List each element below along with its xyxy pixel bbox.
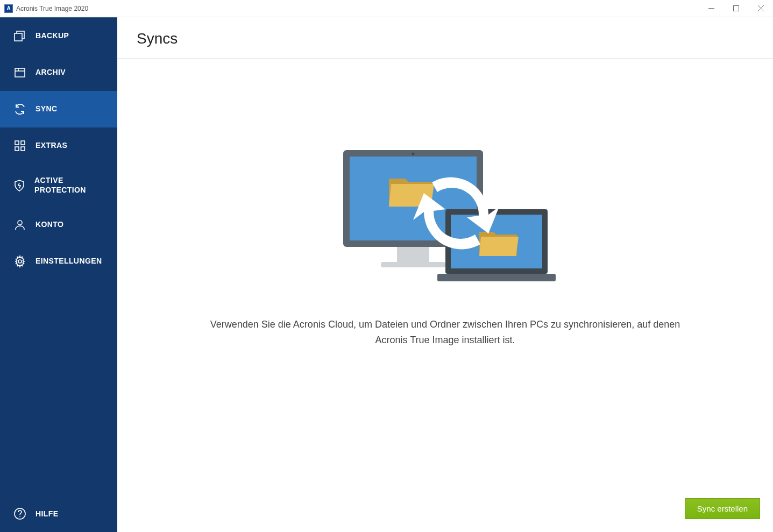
- sidebar-item-label: EXTRAS: [36, 141, 67, 151]
- shield-icon: [13, 179, 26, 192]
- sidebar-item-help[interactable]: HILFE: [0, 495, 117, 532]
- page-title: Syncs: [137, 30, 754, 47]
- window-controls: [699, 0, 773, 17]
- svg-rect-11: [21, 147, 25, 151]
- sidebar-item-label: SYNC: [36, 104, 58, 114]
- app-icon: A: [4, 4, 13, 13]
- sync-description: Verwenden Sie die Acronis Cloud, um Date…: [203, 317, 687, 348]
- archive-icon: [13, 66, 27, 79]
- sidebar-item-archive[interactable]: ARCHIV: [0, 54, 117, 91]
- sync-icon: [13, 103, 27, 116]
- sidebar-item-extras[interactable]: EXTRAS: [0, 127, 117, 164]
- sidebar-item-settings[interactable]: EINSTELLUNGEN: [0, 243, 117, 280]
- svg-rect-9: [21, 141, 25, 145]
- svg-rect-5: [15, 68, 25, 77]
- sidebar-item-label: BACKUP: [36, 31, 69, 41]
- main-content: Syncs: [117, 17, 773, 532]
- sidebar-item-account[interactable]: KONTO: [0, 207, 117, 243]
- svg-point-20: [412, 153, 414, 155]
- svg-point-12: [18, 221, 22, 225]
- sidebar-item-backup[interactable]: BACKUP: [0, 18, 117, 54]
- svg-rect-4: [15, 33, 22, 41]
- sidebar-item-label: HILFE: [36, 509, 58, 518]
- sidebar-item-label: KONTO: [36, 220, 63, 230]
- maximize-button[interactable]: [724, 0, 748, 17]
- window-title: Acronis True Image 2020: [16, 5, 88, 12]
- sync-illustration: [332, 145, 558, 285]
- extras-icon: [13, 139, 27, 152]
- sidebar: BACKUP ARCHIV: [0, 17, 117, 532]
- svg-point-13: [18, 260, 22, 263]
- svg-rect-1: [733, 6, 739, 11]
- gear-icon: [13, 255, 27, 268]
- svg-point-15: [19, 516, 20, 517]
- sidebar-item-active-protection[interactable]: ACTIVE PROTECTION: [0, 164, 117, 207]
- minimize-button[interactable]: [699, 0, 724, 17]
- create-sync-button[interactable]: Sync erstellen: [685, 498, 760, 519]
- account-icon: [13, 218, 27, 231]
- help-icon: [13, 507, 27, 520]
- svg-rect-8: [15, 141, 19, 145]
- svg-rect-23: [437, 274, 556, 281]
- titlebar: A Acronis True Image 2020: [0, 0, 773, 17]
- svg-rect-18: [397, 247, 429, 262]
- sidebar-item-label: EINSTELLUNGEN: [36, 257, 102, 266]
- sidebar-item-label: ARCHIV: [36, 68, 66, 77]
- svg-rect-10: [15, 147, 19, 151]
- svg-rect-19: [381, 262, 445, 267]
- sidebar-item-sync[interactable]: SYNC: [0, 91, 117, 127]
- backup-icon: [13, 30, 27, 42]
- main-header: Syncs: [117, 17, 773, 59]
- sidebar-item-label: ACTIVE PROTECTION: [34, 176, 107, 195]
- close-button[interactable]: [748, 0, 773, 17]
